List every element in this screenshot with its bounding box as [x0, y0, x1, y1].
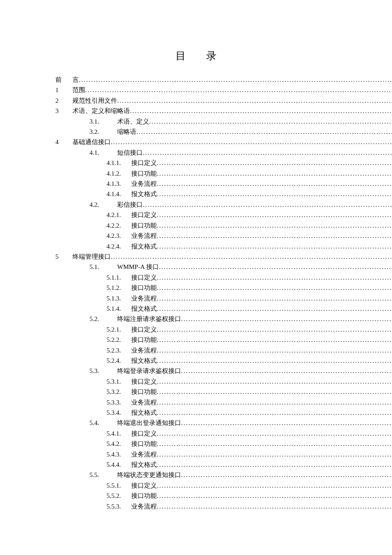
toc-entry: 4.1.4.报文格式5: [55, 189, 337, 199]
toc-entry-title: 接口定义: [131, 158, 157, 168]
toc-section-num: 5.2.1.: [107, 324, 131, 335]
toc-section-num: 5.2.4.: [107, 356, 131, 366]
toc-section-num: 5.5.3.: [107, 501, 131, 512]
toc-entry: 5.4.终端退出登录通知接口17: [55, 418, 337, 428]
toc-section-num: 4.2.: [89, 199, 117, 210]
toc-entry-title: 言: [72, 75, 79, 85]
toc-section-num: 5.2.3.: [107, 345, 131, 356]
toc-leader-dots: [157, 158, 392, 168]
toc-leader-dots: [157, 335, 392, 345]
toc-leader-dots: [157, 272, 392, 283]
toc-section-num: 5.4.1.: [107, 428, 131, 439]
toc-section-num: 5.2.2.: [107, 335, 131, 345]
toc-entry-title: 终端注册请求鉴权接口: [117, 314, 181, 324]
toc-entry-title: 术语、定义和缩略语: [72, 106, 130, 116]
toc-leader-dots: [157, 439, 392, 449]
toc-section-num: 5.1.2.: [107, 283, 131, 293]
toc-leader-dots: [157, 345, 392, 356]
toc-leader-dots: [157, 241, 392, 251]
toc-section-num: 3.2.: [89, 127, 117, 137]
toc-chapter-num: 前: [55, 75, 72, 85]
toc-entry: 4.2.彩信接口6: [55, 199, 337, 210]
toc-entry-title: 接口功能: [131, 220, 157, 231]
toc-entry: 5.3.1.接口定义14: [55, 376, 337, 387]
toc-entry-title: 接口定义: [131, 324, 157, 335]
toc-leader-dots: [181, 470, 392, 480]
toc-leader-dots: [157, 324, 392, 335]
toc-entry: 4基础通信接口4: [55, 137, 337, 147]
toc-entry: 4.1.短信接口4: [55, 147, 337, 158]
toc-entry: 5.3.终端登录请求鉴权接口14: [55, 366, 337, 376]
toc-title: 目录: [55, 49, 337, 63]
toc-entry-title: 彩信接口: [117, 199, 143, 210]
toc-leader-dots: [157, 480, 392, 491]
toc-entry: 5.1.WMMP-A 接口8: [55, 262, 337, 272]
toc-section-num: 5.4.: [89, 418, 117, 428]
toc-entry-title: 接口定义: [131, 210, 157, 220]
toc-entry-title: 终端登录请求鉴权接口: [117, 366, 181, 376]
toc-entry-title: 接口定义: [131, 376, 157, 387]
toc-entry-title: 规范性引用文件: [72, 95, 117, 106]
toc-entry-title: 术语、定义: [117, 116, 149, 127]
toc-chapter-num: 1: [55, 85, 72, 95]
toc-entry: 5.4.1.接口定义17: [55, 428, 337, 439]
toc-entry: 3.2.缩略语3: [55, 127, 337, 137]
toc-leader-dots: [157, 168, 392, 179]
toc-entry: 5.1.3.业务流程8: [55, 293, 337, 304]
toc-entry-title: 报文格式: [131, 408, 157, 418]
toc-entry-title: 接口功能: [131, 335, 157, 345]
toc-leader-dots: [157, 501, 392, 512]
toc-section-num: 5.1.4.: [107, 304, 131, 314]
toc-section-num: 4.1.2.: [107, 168, 131, 179]
toc-entry-title: 报文格式: [131, 304, 157, 314]
toc-entry-title: 缩略语: [117, 127, 136, 137]
toc-leader-dots: [157, 231, 392, 241]
toc-leader-dots: [111, 137, 392, 147]
toc-chapter-num: 2: [55, 95, 72, 106]
toc-leader-dots: [157, 408, 392, 418]
toc-section-num: 5.3.3.: [107, 397, 131, 408]
toc-list: 前言IV1范围12规范性引用文件13术语、定义和缩略语23.1.术语、定义23.…: [55, 75, 337, 512]
toc-leader-dots: [143, 147, 392, 158]
toc-entry-title: 基础通信接口: [72, 137, 111, 147]
toc-entry: 5.1.4.报文格式9: [55, 304, 337, 314]
toc-entry-title: 接口定义: [131, 480, 157, 491]
toc-entry-title: 报文格式: [131, 356, 157, 366]
toc-entry: 5.5.1.接口定义19: [55, 480, 337, 491]
toc-section-num: 4.2.4.: [107, 241, 131, 251]
toc-entry: 5.2.1.接口定义10: [55, 324, 337, 335]
toc-section-num: 5.4.3.: [107, 449, 131, 460]
toc-leader-dots: [157, 189, 392, 199]
toc-leader-dots: [157, 220, 392, 231]
toc-section-num: 3.1.: [89, 116, 117, 127]
toc-entry: 4.1.3.业务流程4: [55, 179, 337, 189]
toc-leader-dots: [157, 428, 392, 439]
toc-leader-dots: [79, 75, 392, 85]
toc-section-num: 5.1.: [89, 262, 117, 272]
toc-leader-dots: [157, 356, 392, 366]
toc-entry-title: 业务流程: [131, 397, 157, 408]
toc-entry-title: 报文格式: [131, 241, 157, 251]
toc-section-num: 5.3.4.: [107, 408, 131, 418]
toc-entry-title: 范围: [72, 85, 85, 95]
toc-section-num: 4.2.2.: [107, 220, 131, 231]
toc-entry: 5.3.2.接口功能14: [55, 387, 337, 397]
toc-leader-dots: [157, 387, 392, 397]
toc-leader-dots: [157, 210, 392, 220]
toc-section-num: 5.3.2.: [107, 387, 131, 397]
toc-leader-dots: [157, 283, 392, 293]
toc-entry-title: 业务流程: [131, 231, 157, 241]
toc-entry: 5.4.3.业务流程18: [55, 449, 337, 460]
toc-leader-dots: [157, 179, 392, 189]
toc-entry: 3.1.术语、定义2: [55, 116, 337, 127]
toc-entry: 4.2.2.接口功能6: [55, 220, 337, 231]
toc-entry: 4.1.1.接口定义4: [55, 158, 337, 168]
toc-section-num: 4.1.3.: [107, 179, 131, 189]
toc-leader-dots: [157, 460, 392, 470]
toc-entry: 5.3.3.业务流程14: [55, 397, 337, 408]
toc-section-num: 5.4.4.: [107, 460, 131, 470]
toc-entry: 4.2.3.业务流程6: [55, 231, 337, 241]
toc-entry: 5.2.2.接口功能10: [55, 335, 337, 345]
toc-entry-title: 接口功能: [131, 439, 157, 449]
toc-section-num: 4.2.3.: [107, 231, 131, 241]
